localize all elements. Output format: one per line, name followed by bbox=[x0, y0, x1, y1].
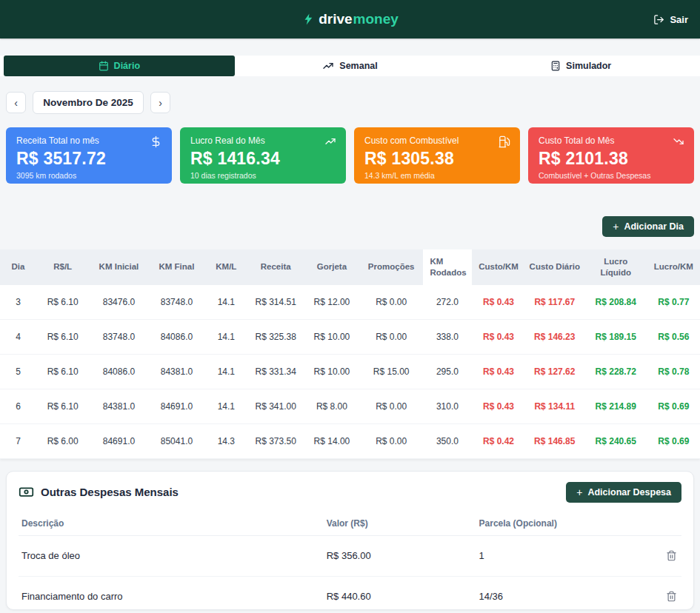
cell: 3 bbox=[0, 285, 36, 320]
cell: 84086.0 bbox=[149, 319, 205, 354]
column-header: Lucro/KM bbox=[647, 249, 700, 285]
column-header: Lucro Líquido bbox=[584, 249, 647, 285]
stat-card-title: Receita Total no mês bbox=[16, 135, 161, 146]
logout-label: Sair bbox=[670, 14, 688, 25]
cell: R$ 146.85 bbox=[525, 423, 584, 458]
fuel-icon bbox=[498, 135, 510, 148]
next-month-button[interactable]: › bbox=[150, 92, 170, 113]
column-header: Promoções bbox=[360, 249, 423, 285]
table-row: 4R$ 6.1083748.084086.014.1R$ 325.38R$ 10… bbox=[0, 319, 700, 354]
stat-card-subtitle: 10 dias registrados bbox=[190, 171, 336, 180]
tab-semanal[interactable]: Semanal bbox=[235, 56, 466, 76]
expenses-card: Outras Despesas Mensais + Adicionar Desp… bbox=[6, 471, 694, 610]
stat-card-value: R$ 3517.72 bbox=[16, 149, 161, 169]
cell: 14.1 bbox=[204, 354, 247, 389]
add-expense-label: Adicionar Despesa bbox=[587, 487, 671, 498]
app-logo: drive money bbox=[301, 11, 399, 27]
expense-installment: 14/36 bbox=[476, 576, 642, 610]
stat-card-subtitle: Combustível + Outras Despesas bbox=[539, 171, 684, 180]
expense-value: R$ 356.00 bbox=[324, 535, 476, 576]
stat-card: Receita Total no mêsR$ 3517.723095 km ro… bbox=[6, 127, 172, 184]
stat-card-title: Lucro Real do Mês bbox=[190, 135, 336, 146]
cell: R$ 0.00 bbox=[360, 319, 423, 354]
table-row: 3R$ 6.1083476.083748.014.1R$ 314.51R$ 12… bbox=[0, 285, 700, 320]
month-label[interactable]: Novembro De 2025 bbox=[33, 91, 144, 114]
column-header: Custo/KM bbox=[472, 249, 524, 285]
column-header: KM Rodados bbox=[423, 249, 473, 285]
cell: R$ 228.72 bbox=[584, 354, 647, 389]
cell: R$ 14.00 bbox=[304, 423, 360, 458]
column-header: KM/L bbox=[204, 249, 247, 285]
stat-card-subtitle: 3095 km rodados bbox=[16, 171, 161, 180]
prev-month-button[interactable]: ‹ bbox=[6, 92, 26, 113]
column-header: R$/L bbox=[36, 249, 89, 285]
cell: 272.0 bbox=[423, 285, 473, 320]
cell: 84381.0 bbox=[89, 389, 148, 423]
plus-icon: + bbox=[576, 487, 582, 498]
delete-expense-button[interactable] bbox=[664, 589, 679, 603]
logo-text-money: money bbox=[353, 11, 399, 27]
table-row: 5R$ 6.1084086.084381.014.1R$ 331.34R$ 10… bbox=[0, 354, 700, 389]
trash-icon bbox=[666, 550, 677, 561]
cell: R$ 6.10 bbox=[36, 285, 89, 320]
expense-installment: 1 bbox=[476, 535, 642, 576]
cell: R$ 6.10 bbox=[36, 319, 89, 354]
stat-card-value: R$ 1416.34 bbox=[190, 149, 336, 169]
cell: 5 bbox=[0, 354, 36, 389]
add-expense-button[interactable]: + Adicionar Despesa bbox=[566, 482, 681, 503]
cell: 14.3 bbox=[204, 423, 247, 458]
tab-bar: DiárioSemanalSimulador bbox=[0, 56, 700, 76]
cell: R$ 189.15 bbox=[584, 319, 647, 354]
stat-card: Lucro Real do MêsR$ 1416.3410 dias regis… bbox=[180, 127, 346, 184]
expense-row: Financiamento do carroR$ 440.6014/36 bbox=[19, 576, 681, 610]
cell: R$ 314.51 bbox=[247, 285, 304, 320]
column-header: Receita bbox=[247, 249, 304, 285]
add-day-row: + Adicionar Dia bbox=[6, 216, 694, 237]
cell: R$ 0.00 bbox=[360, 423, 423, 458]
trending-up-icon bbox=[324, 135, 336, 147]
cell: R$ 10.00 bbox=[304, 319, 360, 354]
table-row: 6R$ 6.1084381.084691.014.1R$ 341.00R$ 8.… bbox=[0, 389, 700, 423]
stat-card-value: R$ 2101.38 bbox=[539, 149, 684, 169]
cell: R$ 134.11 bbox=[525, 389, 584, 423]
logo-bolt-icon bbox=[301, 13, 315, 26]
cell: 14.1 bbox=[204, 285, 247, 320]
cell: R$ 146.23 bbox=[525, 319, 584, 354]
cell: 84381.0 bbox=[149, 354, 205, 389]
expense-description: Financiamento do carro bbox=[19, 576, 324, 610]
cell: 84691.0 bbox=[149, 389, 205, 423]
app-header: drive money Sair bbox=[0, 0, 700, 38]
stat-card-title: Custo Total do Mês bbox=[539, 135, 684, 146]
stat-card-title: Custo com Combustível bbox=[364, 135, 510, 146]
plus-icon: + bbox=[613, 221, 619, 232]
tab-diario[interactable]: Diário bbox=[4, 56, 235, 76]
expenses-header: Outras Despesas Mensais + Adicionar Desp… bbox=[19, 482, 681, 503]
expense-value: R$ 440.60 bbox=[324, 576, 476, 610]
cell: R$ 8.00 bbox=[304, 389, 360, 423]
trash-icon bbox=[666, 591, 677, 602]
cell: R$ 0.56 bbox=[647, 319, 700, 354]
column-header bbox=[641, 512, 681, 536]
expenses-table: DescriçãoValor (R$)Parcela (Opcional) Tr… bbox=[19, 512, 681, 610]
expenses-title: Outras Despesas Mensais bbox=[41, 486, 179, 498]
expenses-table-header: DescriçãoValor (R$)Parcela (Opcional) bbox=[19, 512, 681, 536]
stat-card: Custo Total do MêsR$ 2101.38Combustível … bbox=[528, 127, 694, 184]
dollar-icon bbox=[150, 135, 162, 148]
cell: R$ 0.69 bbox=[647, 423, 700, 458]
tab-simulador[interactable]: Simulador bbox=[465, 56, 696, 76]
cell: R$ 240.65 bbox=[584, 423, 647, 458]
cell: R$ 117.67 bbox=[525, 285, 584, 320]
add-day-button[interactable]: + Adicionar Dia bbox=[602, 216, 694, 237]
cell: R$ 0.00 bbox=[360, 285, 423, 320]
expense-description: Troca de óleo bbox=[19, 535, 324, 576]
chevron-right-icon: › bbox=[159, 97, 162, 109]
cell: R$ 0.42 bbox=[472, 423, 524, 458]
cell: 7 bbox=[0, 423, 36, 458]
tab-label: Simulador bbox=[566, 61, 611, 71]
logout-button[interactable]: Sair bbox=[653, 0, 688, 38]
calendar-icon bbox=[99, 61, 109, 71]
delete-expense-button[interactable] bbox=[664, 549, 679, 563]
column-header: KM Inicial bbox=[89, 249, 148, 285]
cell: R$ 0.00 bbox=[360, 389, 423, 423]
cell: 6 bbox=[0, 389, 36, 423]
